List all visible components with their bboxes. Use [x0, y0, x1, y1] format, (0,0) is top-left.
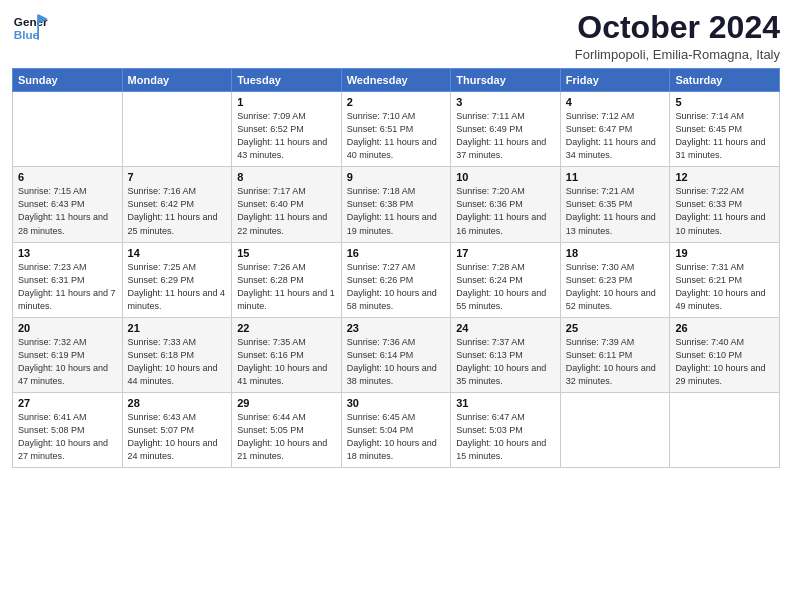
day-number: 10	[456, 171, 555, 183]
header-friday: Friday	[560, 69, 670, 92]
table-row: 7Sunrise: 7:16 AM Sunset: 6:42 PM Daylig…	[122, 167, 232, 242]
table-row: 14Sunrise: 7:25 AM Sunset: 6:29 PM Dayli…	[122, 242, 232, 317]
day-info: Sunrise: 7:18 AM Sunset: 6:38 PM Dayligh…	[347, 185, 446, 237]
table-row	[560, 392, 670, 467]
header-sunday: Sunday	[13, 69, 123, 92]
day-number: 6	[18, 171, 117, 183]
day-number: 17	[456, 247, 555, 259]
day-info: Sunrise: 6:44 AM Sunset: 5:05 PM Dayligh…	[237, 411, 336, 463]
day-info: Sunrise: 7:20 AM Sunset: 6:36 PM Dayligh…	[456, 185, 555, 237]
table-row: 1Sunrise: 7:09 AM Sunset: 6:52 PM Daylig…	[232, 92, 342, 167]
weekday-header-row: Sunday Monday Tuesday Wednesday Thursday…	[13, 69, 780, 92]
table-row: 21Sunrise: 7:33 AM Sunset: 6:18 PM Dayli…	[122, 317, 232, 392]
table-row: 11Sunrise: 7:21 AM Sunset: 6:35 PM Dayli…	[560, 167, 670, 242]
calendar-row-5: 27Sunrise: 6:41 AM Sunset: 5:08 PM Dayli…	[13, 392, 780, 467]
day-info: Sunrise: 7:12 AM Sunset: 6:47 PM Dayligh…	[566, 110, 665, 162]
header-tuesday: Tuesday	[232, 69, 342, 92]
day-info: Sunrise: 7:09 AM Sunset: 6:52 PM Dayligh…	[237, 110, 336, 162]
table-row: 15Sunrise: 7:26 AM Sunset: 6:28 PM Dayli…	[232, 242, 342, 317]
day-info: Sunrise: 7:31 AM Sunset: 6:21 PM Dayligh…	[675, 261, 774, 313]
day-info: Sunrise: 7:11 AM Sunset: 6:49 PM Dayligh…	[456, 110, 555, 162]
day-info: Sunrise: 6:45 AM Sunset: 5:04 PM Dayligh…	[347, 411, 446, 463]
day-number: 3	[456, 96, 555, 108]
day-info: Sunrise: 7:33 AM Sunset: 6:18 PM Dayligh…	[128, 336, 227, 388]
day-info: Sunrise: 7:10 AM Sunset: 6:51 PM Dayligh…	[347, 110, 446, 162]
logo: General Blue	[12, 10, 48, 46]
day-number: 11	[566, 171, 665, 183]
day-number: 27	[18, 397, 117, 409]
day-info: Sunrise: 7:36 AM Sunset: 6:14 PM Dayligh…	[347, 336, 446, 388]
header-monday: Monday	[122, 69, 232, 92]
logo-icon: General Blue	[12, 10, 48, 46]
day-number: 14	[128, 247, 227, 259]
day-number: 2	[347, 96, 446, 108]
table-row	[670, 392, 780, 467]
table-row: 4Sunrise: 7:12 AM Sunset: 6:47 PM Daylig…	[560, 92, 670, 167]
calendar: Sunday Monday Tuesday Wednesday Thursday…	[12, 68, 780, 468]
header-thursday: Thursday	[451, 69, 561, 92]
table-row: 20Sunrise: 7:32 AM Sunset: 6:19 PM Dayli…	[13, 317, 123, 392]
day-number: 25	[566, 322, 665, 334]
table-row: 10Sunrise: 7:20 AM Sunset: 6:36 PM Dayli…	[451, 167, 561, 242]
day-number: 8	[237, 171, 336, 183]
table-row	[122, 92, 232, 167]
table-row: 2Sunrise: 7:10 AM Sunset: 6:51 PM Daylig…	[341, 92, 451, 167]
table-row: 6Sunrise: 7:15 AM Sunset: 6:43 PM Daylig…	[13, 167, 123, 242]
day-number: 18	[566, 247, 665, 259]
day-number: 30	[347, 397, 446, 409]
day-info: Sunrise: 7:22 AM Sunset: 6:33 PM Dayligh…	[675, 185, 774, 237]
day-info: Sunrise: 7:35 AM Sunset: 6:16 PM Dayligh…	[237, 336, 336, 388]
day-info: Sunrise: 6:41 AM Sunset: 5:08 PM Dayligh…	[18, 411, 117, 463]
day-number: 4	[566, 96, 665, 108]
day-info: Sunrise: 7:27 AM Sunset: 6:26 PM Dayligh…	[347, 261, 446, 313]
title-block: October 2024 Forlimpopoli, Emilia-Romagn…	[575, 10, 780, 62]
day-info: Sunrise: 7:26 AM Sunset: 6:28 PM Dayligh…	[237, 261, 336, 313]
table-row: 13Sunrise: 7:23 AM Sunset: 6:31 PM Dayli…	[13, 242, 123, 317]
day-info: Sunrise: 7:17 AM Sunset: 6:40 PM Dayligh…	[237, 185, 336, 237]
day-info: Sunrise: 7:25 AM Sunset: 6:29 PM Dayligh…	[128, 261, 227, 313]
day-number: 29	[237, 397, 336, 409]
header-wednesday: Wednesday	[341, 69, 451, 92]
calendar-row-4: 20Sunrise: 7:32 AM Sunset: 6:19 PM Dayli…	[13, 317, 780, 392]
day-info: Sunrise: 7:28 AM Sunset: 6:24 PM Dayligh…	[456, 261, 555, 313]
table-row	[13, 92, 123, 167]
table-row: 9Sunrise: 7:18 AM Sunset: 6:38 PM Daylig…	[341, 167, 451, 242]
table-row: 18Sunrise: 7:30 AM Sunset: 6:23 PM Dayli…	[560, 242, 670, 317]
svg-text:Blue: Blue	[14, 28, 40, 41]
day-number: 5	[675, 96, 774, 108]
day-number: 16	[347, 247, 446, 259]
day-number: 19	[675, 247, 774, 259]
day-number: 24	[456, 322, 555, 334]
table-row: 27Sunrise: 6:41 AM Sunset: 5:08 PM Dayli…	[13, 392, 123, 467]
table-row: 3Sunrise: 7:11 AM Sunset: 6:49 PM Daylig…	[451, 92, 561, 167]
day-number: 1	[237, 96, 336, 108]
table-row: 30Sunrise: 6:45 AM Sunset: 5:04 PM Dayli…	[341, 392, 451, 467]
day-number: 22	[237, 322, 336, 334]
month-title: October 2024	[575, 10, 780, 45]
table-row: 24Sunrise: 7:37 AM Sunset: 6:13 PM Dayli…	[451, 317, 561, 392]
table-row: 31Sunrise: 6:47 AM Sunset: 5:03 PM Dayli…	[451, 392, 561, 467]
day-number: 9	[347, 171, 446, 183]
table-row: 12Sunrise: 7:22 AM Sunset: 6:33 PM Dayli…	[670, 167, 780, 242]
table-row: 23Sunrise: 7:36 AM Sunset: 6:14 PM Dayli…	[341, 317, 451, 392]
day-info: Sunrise: 7:32 AM Sunset: 6:19 PM Dayligh…	[18, 336, 117, 388]
day-info: Sunrise: 7:40 AM Sunset: 6:10 PM Dayligh…	[675, 336, 774, 388]
day-info: Sunrise: 7:23 AM Sunset: 6:31 PM Dayligh…	[18, 261, 117, 313]
table-row: 25Sunrise: 7:39 AM Sunset: 6:11 PM Dayli…	[560, 317, 670, 392]
day-info: Sunrise: 6:47 AM Sunset: 5:03 PM Dayligh…	[456, 411, 555, 463]
svg-rect-3	[37, 15, 39, 40]
location: Forlimpopoli, Emilia-Romagna, Italy	[575, 47, 780, 62]
calendar-row-2: 6Sunrise: 7:15 AM Sunset: 6:43 PM Daylig…	[13, 167, 780, 242]
day-number: 7	[128, 171, 227, 183]
day-info: Sunrise: 7:39 AM Sunset: 6:11 PM Dayligh…	[566, 336, 665, 388]
day-number: 21	[128, 322, 227, 334]
header: General Blue October 2024 Forlimpopoli, …	[12, 10, 780, 62]
day-number: 20	[18, 322, 117, 334]
table-row: 17Sunrise: 7:28 AM Sunset: 6:24 PM Dayli…	[451, 242, 561, 317]
calendar-row-1: 1Sunrise: 7:09 AM Sunset: 6:52 PM Daylig…	[13, 92, 780, 167]
calendar-row-3: 13Sunrise: 7:23 AM Sunset: 6:31 PM Dayli…	[13, 242, 780, 317]
day-info: Sunrise: 7:16 AM Sunset: 6:42 PM Dayligh…	[128, 185, 227, 237]
table-row: 28Sunrise: 6:43 AM Sunset: 5:07 PM Dayli…	[122, 392, 232, 467]
day-info: Sunrise: 7:14 AM Sunset: 6:45 PM Dayligh…	[675, 110, 774, 162]
table-row: 19Sunrise: 7:31 AM Sunset: 6:21 PM Dayli…	[670, 242, 780, 317]
